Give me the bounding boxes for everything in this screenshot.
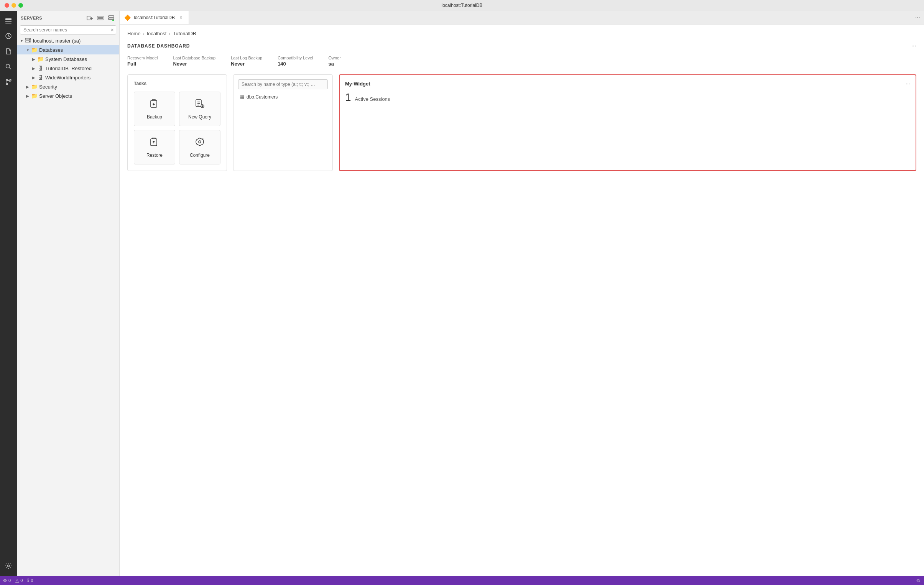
svg-rect-17 — [109, 18, 114, 20]
widget-stat-label: Active Sessions — [355, 96, 390, 102]
tasks-panel-title: Tasks — [134, 81, 221, 86]
minimize-button[interactable] — [12, 3, 16, 8]
tree-item-server-objects[interactable]: ▶ 📁 Server Objects — [17, 91, 119, 101]
tree-item-server[interactable]: ▾ localhost, master (sa) — [17, 36, 119, 45]
svg-point-8 — [10, 79, 11, 81]
tree-arrow-tutorialdb-restored: ▶ — [31, 65, 37, 71]
table-icon: ▦ — [239, 94, 244, 100]
restore-label: Restore — [147, 153, 163, 158]
new-query-button[interactable]: New Query — [179, 92, 221, 126]
security-folder-icon: 📁 — [31, 83, 38, 90]
breadcrumb-localhost[interactable]: localhost — [147, 31, 167, 36]
add-server-icon[interactable] — [96, 14, 105, 22]
object-search-input[interactable] — [238, 79, 328, 89]
new-query-label: New Query — [188, 114, 211, 120]
search-input[interactable] — [20, 25, 116, 35]
breadcrumb-current: TutorialDB — [173, 31, 196, 36]
stat-compat-level-value: 140 — [277, 61, 313, 67]
close-button[interactable] — [5, 3, 9, 8]
svg-point-32 — [199, 141, 201, 143]
traffic-lights — [5, 3, 23, 8]
widget-header: My-Widget ··· — [345, 81, 910, 87]
svg-point-18 — [112, 20, 114, 21]
active-connections-icon[interactable] — [107, 14, 116, 22]
databases-label: Databases — [39, 47, 63, 53]
stat-last-log-backup-value: Never — [231, 61, 262, 67]
restore-icon — [149, 137, 160, 150]
tree-item-tutorialdb-restored[interactable]: ▶ 🗄 TutorialDB_Restored — [17, 64, 119, 73]
status-info-count: 0 — [31, 578, 33, 583]
tab-label: localhost:TutorialDB — [134, 15, 175, 20]
stat-compat-level-label: Compatibility Level — [277, 56, 313, 60]
status-info: ℹ 0 — [27, 578, 33, 583]
wwi-icon: 🗄 — [37, 74, 44, 81]
new-connection-icon[interactable] — [86, 14, 94, 22]
stat-last-db-backup-value: Never — [173, 61, 216, 67]
tree-item-databases[interactable]: ▾ 📁 Databases — [17, 45, 119, 54]
dashboard-more-icon[interactable]: ··· — [911, 43, 916, 49]
stat-last-log-backup: Last Log Backup Never — [231, 56, 262, 67]
stat-recovery-model: Recovery Model Full — [127, 56, 158, 67]
status-errors: ⊗ 0 — [3, 578, 11, 583]
tree-arrow-system-dbs: ▶ — [31, 56, 37, 62]
configure-label: Configure — [190, 153, 210, 158]
svg-point-4 — [6, 64, 10, 68]
server-label: localhost, master (sa) — [33, 38, 81, 44]
tab-tutorialdb[interactable]: 🔶 localhost:TutorialDB × — [120, 11, 189, 24]
title-bar: localhost:TutorialDB — [0, 0, 924, 11]
object-search-panel: ▦ dbo.Customers — [233, 74, 333, 171]
svg-rect-0 — [5, 18, 12, 20]
activity-settings-icon[interactable] — [2, 559, 15, 573]
configure-button[interactable]: Configure — [179, 130, 221, 165]
svg-rect-14 — [98, 16, 103, 18]
svg-rect-16 — [109, 16, 114, 17]
activity-git-icon[interactable] — [2, 75, 15, 89]
tab-icon: 🔶 — [124, 15, 131, 21]
backup-icon — [149, 98, 160, 111]
activity-file-icon[interactable] — [2, 44, 15, 58]
sidebar-header: SERVERS — [17, 11, 119, 24]
tutorialdb-restored-icon: 🗄 — [37, 65, 44, 72]
activity-servers-icon[interactable] — [2, 14, 15, 28]
tab-close-button[interactable]: × — [178, 15, 184, 21]
stat-last-db-backup-label: Last Database Backup — [173, 56, 216, 60]
restore-button[interactable]: Restore — [134, 130, 175, 165]
activity-search-icon[interactable] — [2, 60, 15, 74]
smiley-icon[interactable]: ☺ — [916, 577, 921, 583]
stat-recovery-model-value: Full — [127, 61, 158, 67]
wwi-label: WideWorldImporters — [45, 75, 91, 81]
window-title: localhost:TutorialDB — [442, 3, 483, 8]
breadcrumb-sep-2: › — [169, 31, 170, 36]
tree-item-security[interactable]: ▶ 📁 Security — [17, 82, 119, 91]
tasks-panel: Tasks Backup — [127, 74, 227, 171]
search-container: × — [17, 24, 119, 36]
object-item-customers[interactable]: ▦ dbo.Customers — [238, 92, 328, 101]
stat-last-db-backup: Last Database Backup Never — [173, 56, 216, 67]
tree-item-system-dbs[interactable]: ▶ 📁 System Databases — [17, 54, 119, 64]
breadcrumb-home[interactable]: Home — [127, 31, 141, 36]
maximize-button[interactable] — [18, 3, 23, 8]
tree-item-wwi[interactable]: ▶ 🗄 WideWorldImporters — [17, 73, 119, 82]
system-dbs-folder-icon: 📁 — [37, 56, 44, 63]
status-bar: ⊗ 0 △ 0 ℹ 0 ☺ — [0, 576, 924, 585]
backup-button[interactable]: Backup — [134, 92, 175, 126]
server-icon — [25, 37, 31, 44]
security-label: Security — [39, 84, 57, 90]
tree-arrow-wwi: ▶ — [31, 74, 37, 81]
stat-compat-level: Compatibility Level 140 — [277, 56, 313, 67]
server-objects-label: Server Objects — [39, 93, 72, 99]
stat-last-log-backup-label: Last Log Backup — [231, 56, 262, 60]
widget-more-icon[interactable]: ··· — [906, 81, 910, 87]
system-dbs-label: System Databases — [45, 56, 87, 62]
content-area: Home › localhost › TutorialDB DATABASE D… — [120, 25, 924, 576]
activity-clock-icon[interactable] — [2, 29, 15, 43]
object-item-label: dbo.Customers — [246, 94, 277, 100]
databases-folder-icon: 📁 — [31, 46, 38, 53]
search-clear-icon[interactable]: × — [111, 27, 114, 33]
stat-owner-value: sa — [328, 61, 340, 67]
tab-bar-more[interactable]: ··· — [911, 11, 924, 24]
svg-point-7 — [6, 83, 8, 85]
svg-line-5 — [10, 68, 12, 70]
status-error-count: 0 — [8, 578, 11, 583]
configure-icon — [195, 137, 205, 150]
